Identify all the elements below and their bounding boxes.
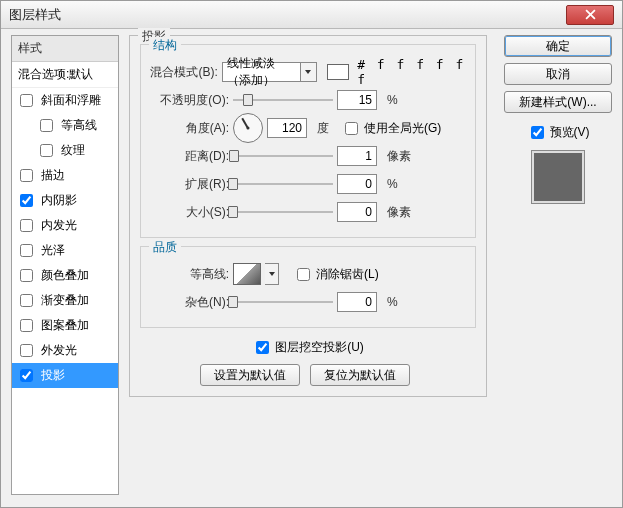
angle-label: 角度(A): [149, 120, 229, 137]
style-label: 外发光 [41, 342, 77, 359]
angle-value[interactable] [267, 118, 307, 138]
spread-row: 扩展(R): % [149, 173, 467, 195]
style-checkbox[interactable] [20, 344, 33, 357]
opacity-value[interactable] [337, 90, 377, 110]
style-row[interactable]: 内阴影 [12, 188, 118, 213]
knockout-row: 图层挖空投影(U) [140, 336, 476, 358]
style-checkbox[interactable] [40, 119, 53, 132]
opacity-label: 不透明度(O): [149, 92, 229, 109]
size-label: 大小(S): [149, 204, 229, 221]
structure-legend: 结构 [149, 37, 181, 54]
style-label: 图案叠加 [41, 317, 89, 334]
blending-options-row[interactable]: 混合选项:默认 [12, 62, 118, 88]
antialiased-checkbox[interactable]: 消除锯齿(L) [293, 265, 379, 284]
style-label: 光泽 [41, 242, 65, 259]
distance-unit: 像素 [387, 148, 411, 165]
preview-label: 预览(V) [550, 124, 590, 141]
color-swatch[interactable] [327, 64, 350, 80]
contour-swatch[interactable] [233, 263, 261, 285]
opacity-row: 不透明度(O): % [149, 89, 467, 111]
style-row[interactable]: 光泽 [12, 238, 118, 263]
style-label: 描边 [41, 167, 65, 184]
style-checkbox[interactable] [20, 194, 33, 207]
blend-mode-value: 线性减淡（添加） [223, 55, 300, 89]
preview-checkbox[interactable]: 预览(V) [504, 123, 612, 142]
contour-label: 等高线: [149, 266, 229, 283]
style-row[interactable]: 外发光 [12, 338, 118, 363]
style-label: 颜色叠加 [41, 267, 89, 284]
preview-input[interactable] [531, 126, 544, 139]
noise-label: 杂色(N): [149, 294, 229, 311]
window-title: 图层样式 [9, 6, 566, 24]
contour-row: 等高线: 消除锯齿(L) [149, 263, 467, 285]
noise-value[interactable] [337, 292, 377, 312]
style-row[interactable]: 斜面和浮雕 [12, 88, 118, 113]
distance-value[interactable] [337, 146, 377, 166]
set-default-button[interactable]: 设置为默认值 [200, 364, 300, 386]
style-row[interactable]: 等高线 [12, 113, 118, 138]
global-light-checkbox[interactable]: 使用全局光(G) [341, 119, 441, 138]
style-checkbox[interactable] [20, 269, 33, 282]
style-label: 渐变叠加 [41, 292, 89, 309]
color-hex: # f f f f f f [357, 57, 467, 87]
dialog-body: 样式 混合选项:默认 斜面和浮雕等高线纹理描边内阴影内发光光泽颜色叠加渐变叠加图… [11, 35, 612, 497]
angle-unit: 度 [317, 120, 329, 137]
layer-style-dialog: 图层样式 样式 混合选项:默认 斜面和浮雕等高线纹理描边内阴影内发光光泽颜色叠加… [0, 0, 623, 508]
cancel-button[interactable]: 取消 [504, 63, 612, 85]
distance-label: 距离(D): [149, 148, 229, 165]
style-label: 内发光 [41, 217, 77, 234]
drop-shadow-fieldset: 投影 结构 混合模式(B): 线性减淡（添加） # f f f f f f 不透… [129, 35, 487, 397]
angle-row: 角度(A): 度 使用全局光(G) [149, 117, 467, 139]
style-checkbox[interactable] [20, 94, 33, 107]
distance-slider[interactable] [233, 147, 333, 165]
style-checkbox[interactable] [20, 169, 33, 182]
style-checkbox[interactable] [20, 369, 33, 382]
close-button[interactable] [566, 5, 614, 25]
style-checkbox[interactable] [20, 244, 33, 257]
style-row[interactable]: 颜色叠加 [12, 263, 118, 288]
chevron-down-icon [300, 63, 316, 81]
opacity-unit: % [387, 93, 398, 107]
spread-unit: % [387, 177, 398, 191]
titlebar: 图层样式 [1, 1, 622, 29]
spread-slider[interactable] [233, 175, 333, 193]
style-label: 等高线 [61, 117, 97, 134]
style-row[interactable]: 图案叠加 [12, 313, 118, 338]
style-row[interactable]: 纹理 [12, 138, 118, 163]
spread-value[interactable] [337, 174, 377, 194]
close-icon [585, 9, 596, 20]
style-checkbox[interactable] [20, 294, 33, 307]
blend-mode-combo[interactable]: 线性减淡（添加） [222, 62, 317, 82]
size-value[interactable] [337, 202, 377, 222]
knockout-input[interactable] [256, 341, 269, 354]
opacity-slider[interactable] [233, 91, 333, 109]
style-checkbox[interactable] [20, 319, 33, 332]
knockout-checkbox[interactable]: 图层挖空投影(U) [252, 338, 364, 357]
reset-default-button[interactable]: 复位为默认值 [310, 364, 410, 386]
spread-label: 扩展(R): [149, 176, 229, 193]
style-checkbox[interactable] [20, 219, 33, 232]
styles-list: 斜面和浮雕等高线纹理描边内阴影内发光光泽颜色叠加渐变叠加图案叠加外发光投影 [12, 88, 118, 388]
style-checkbox[interactable] [40, 144, 53, 157]
global-light-input[interactable] [345, 122, 358, 135]
quality-fieldset: 品质 等高线: 消除锯齿(L) 杂色(N): [140, 246, 476, 328]
noise-slider[interactable] [233, 293, 333, 311]
style-row[interactable]: 投影 [12, 363, 118, 388]
styles-header: 样式 [12, 36, 118, 62]
antialiased-input[interactable] [297, 268, 310, 281]
defaults-button-row: 设置为默认值 复位为默认值 [200, 364, 476, 386]
style-label: 斜面和浮雕 [41, 92, 101, 109]
style-row[interactable]: 描边 [12, 163, 118, 188]
preview-swatch [531, 150, 585, 204]
noise-unit: % [387, 295, 398, 309]
blend-mode-row: 混合模式(B): 线性减淡（添加） # f f f f f f [149, 61, 467, 83]
new-style-button[interactable]: 新建样式(W)... [504, 91, 612, 113]
structure-fieldset: 结构 混合模式(B): 线性减淡（添加） # f f f f f f 不透明度(… [140, 44, 476, 238]
right-panel: 确定 取消 新建样式(W)... 预览(V) [504, 35, 612, 204]
angle-dial[interactable] [233, 113, 263, 143]
size-slider[interactable] [233, 203, 333, 221]
contour-dropdown-button[interactable] [265, 263, 279, 285]
style-row[interactable]: 内发光 [12, 213, 118, 238]
ok-button[interactable]: 确定 [504, 35, 612, 57]
style-row[interactable]: 渐变叠加 [12, 288, 118, 313]
